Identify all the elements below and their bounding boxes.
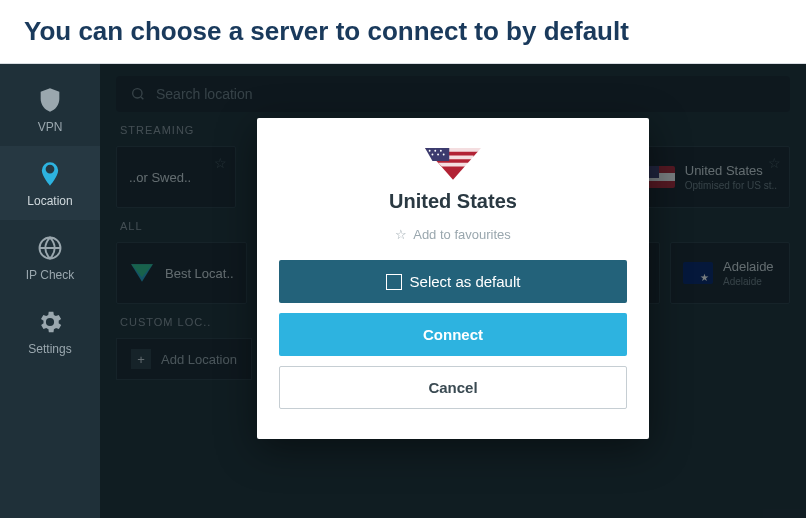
pin-icon <box>36 160 64 188</box>
gear-icon <box>36 308 64 336</box>
svg-point-7 <box>443 154 445 156</box>
sidebar-item-label: Settings <box>28 342 71 356</box>
svg-point-5 <box>432 154 434 156</box>
svg-point-4 <box>440 150 442 152</box>
sidebar-item-label: IP Check <box>26 268 74 282</box>
app-frame: VPN Location IP Check Settings STREAMING… <box>0 64 806 518</box>
select-as-default-button[interactable]: Select as default <box>279 260 627 303</box>
sidebar-item-label: Location <box>27 194 72 208</box>
svg-point-2 <box>429 150 431 152</box>
svg-point-3 <box>434 150 436 152</box>
add-to-favourites[interactable]: ☆ Add to favourites <box>279 227 627 242</box>
sidebar-item-location[interactable]: Location <box>0 146 100 220</box>
checkbox-icon <box>386 274 402 290</box>
star-outline-icon: ☆ <box>395 227 407 242</box>
connect-button[interactable]: Connect <box>279 313 627 356</box>
modal-overlay: United States ☆ Add to favourites Select… <box>100 64 806 518</box>
cancel-label: Cancel <box>428 379 477 396</box>
modal-flag-us-icon <box>425 142 481 180</box>
sidebar: VPN Location IP Check Settings <box>0 64 100 518</box>
svg-point-6 <box>437 154 439 156</box>
modal-country-title: United States <box>279 190 627 213</box>
globe-icon <box>36 234 64 262</box>
favourite-label: Add to favourites <box>413 227 511 242</box>
cancel-button[interactable]: Cancel <box>279 366 627 409</box>
main-panel: STREAMING ..or Swed.. ☆ United States Op… <box>100 64 806 518</box>
sidebar-item-settings[interactable]: Settings <box>0 294 100 368</box>
caption-banner: You can choose a server to connect to by… <box>0 0 806 64</box>
shield-icon <box>36 86 64 114</box>
select-default-label: Select as default <box>410 273 521 290</box>
sidebar-item-label: VPN <box>38 120 63 134</box>
connect-label: Connect <box>423 326 483 343</box>
sidebar-item-vpn[interactable]: VPN <box>0 72 100 146</box>
caption-text: You can choose a server to connect to by… <box>24 16 629 46</box>
server-modal: United States ☆ Add to favourites Select… <box>257 118 649 439</box>
sidebar-item-ipcheck[interactable]: IP Check <box>0 220 100 294</box>
